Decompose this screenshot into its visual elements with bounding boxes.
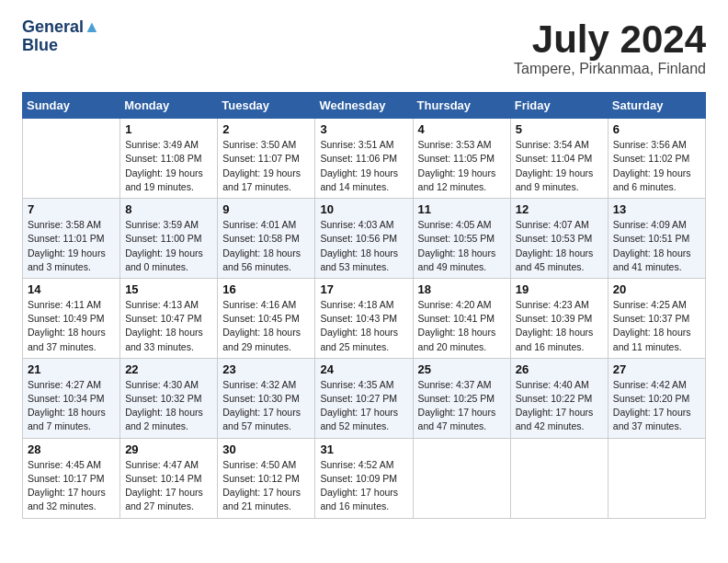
day-detail: Sunrise: 3:58 AMSunset: 11:01 PMDaylight… bbox=[28, 218, 115, 274]
day-number: 19 bbox=[516, 282, 603, 296]
calendar-cell: 30Sunrise: 4:50 AMSunset: 10:12 PMDaylig… bbox=[218, 438, 315, 518]
day-detail: Sunrise: 3:59 AMSunset: 11:00 PMDaylight… bbox=[125, 218, 212, 274]
calendar-cell: 23Sunrise: 4:32 AMSunset: 10:30 PMDaylig… bbox=[218, 358, 315, 438]
calendar-cell: 31Sunrise: 4:52 AMSunset: 10:09 PMDaylig… bbox=[315, 438, 413, 518]
calendar-cell bbox=[608, 438, 705, 518]
day-number: 5 bbox=[516, 122, 603, 136]
calendar-cell: 4Sunrise: 3:53 AMSunset: 11:05 PMDayligh… bbox=[413, 119, 510, 199]
calendar-cell: 27Sunrise: 4:42 AMSunset: 10:20 PMDaylig… bbox=[608, 358, 705, 438]
day-number: 4 bbox=[418, 122, 506, 136]
calendar-cell: 20Sunrise: 4:25 AMSunset: 10:37 PMDaylig… bbox=[608, 278, 705, 358]
day-detail: Sunrise: 4:50 AMSunset: 10:12 PMDaylight… bbox=[222, 458, 310, 514]
calendar-cell: 26Sunrise: 4:40 AMSunset: 10:22 PMDaylig… bbox=[510, 358, 608, 438]
calendar-week-4: 21Sunrise: 4:27 AMSunset: 10:34 PMDaylig… bbox=[23, 358, 706, 438]
calendar-cell: 16Sunrise: 4:16 AMSunset: 10:45 PMDaylig… bbox=[218, 278, 315, 358]
day-number: 7 bbox=[28, 202, 115, 216]
calendar-cell: 15Sunrise: 4:13 AMSunset: 10:47 PMDaylig… bbox=[120, 278, 218, 358]
day-detail: Sunrise: 4:23 AMSunset: 10:39 PMDaylight… bbox=[516, 298, 603, 354]
logo: General▲Blue bbox=[22, 18, 100, 55]
day-detail: Sunrise: 4:42 AMSunset: 10:20 PMDaylight… bbox=[613, 378, 700, 434]
calendar-cell: 13Sunrise: 4:09 AMSunset: 10:51 PMDaylig… bbox=[608, 199, 705, 279]
calendar-cell: 1Sunrise: 3:49 AMSunset: 11:08 PMDayligh… bbox=[120, 119, 218, 199]
day-detail: Sunrise: 4:30 AMSunset: 10:32 PMDaylight… bbox=[125, 378, 212, 434]
calendar-cell: 9Sunrise: 4:01 AMSunset: 10:58 PMDayligh… bbox=[218, 199, 315, 279]
day-number: 23 bbox=[222, 362, 310, 376]
location-subtitle: Tampere, Pirkanmaa, Finland bbox=[514, 61, 706, 77]
day-number: 29 bbox=[125, 442, 212, 456]
day-number: 16 bbox=[222, 282, 310, 296]
calendar-cell: 7Sunrise: 3:58 AMSunset: 11:01 PMDayligh… bbox=[23, 199, 120, 279]
logo-text: General▲Blue bbox=[22, 18, 100, 55]
day-number: 8 bbox=[125, 202, 212, 216]
calendar-cell: 24Sunrise: 4:35 AMSunset: 10:27 PMDaylig… bbox=[315, 358, 413, 438]
day-number: 31 bbox=[320, 442, 407, 456]
day-number: 24 bbox=[320, 362, 407, 376]
day-detail: Sunrise: 4:16 AMSunset: 10:45 PMDaylight… bbox=[222, 298, 310, 354]
calendar-cell: 5Sunrise: 3:54 AMSunset: 11:04 PMDayligh… bbox=[510, 119, 608, 199]
day-number: 9 bbox=[222, 202, 310, 216]
day-number: 15 bbox=[125, 282, 212, 296]
day-detail: Sunrise: 4:13 AMSunset: 10:47 PMDaylight… bbox=[125, 298, 212, 354]
day-detail: Sunrise: 4:25 AMSunset: 10:37 PMDaylight… bbox=[613, 298, 700, 354]
calendar-cell: 22Sunrise: 4:30 AMSunset: 10:32 PMDaylig… bbox=[120, 358, 218, 438]
header-row: Sunday Monday Tuesday Wednesday Thursday… bbox=[23, 93, 706, 119]
calendar-cell: 10Sunrise: 4:03 AMSunset: 10:56 PMDaylig… bbox=[315, 199, 413, 279]
day-number: 27 bbox=[613, 362, 700, 376]
calendar-week-3: 14Sunrise: 4:11 AMSunset: 10:49 PMDaylig… bbox=[23, 278, 706, 358]
day-number: 22 bbox=[125, 362, 212, 376]
day-number: 30 bbox=[222, 442, 310, 456]
day-detail: Sunrise: 4:35 AMSunset: 10:27 PMDaylight… bbox=[320, 378, 407, 434]
col-friday: Friday bbox=[510, 93, 608, 119]
calendar-table: Sunday Monday Tuesday Wednesday Thursday… bbox=[22, 92, 706, 518]
day-detail: Sunrise: 4:05 AMSunset: 10:55 PMDaylight… bbox=[418, 218, 506, 274]
day-number: 3 bbox=[320, 122, 407, 136]
calendar-cell: 14Sunrise: 4:11 AMSunset: 10:49 PMDaylig… bbox=[23, 278, 120, 358]
day-detail: Sunrise: 4:47 AMSunset: 10:14 PMDaylight… bbox=[125, 458, 212, 514]
calendar-cell: 11Sunrise: 4:05 AMSunset: 10:55 PMDaylig… bbox=[413, 199, 510, 279]
calendar-body: 1Sunrise: 3:49 AMSunset: 11:08 PMDayligh… bbox=[23, 119, 706, 518]
calendar-cell: 12Sunrise: 4:07 AMSunset: 10:53 PMDaylig… bbox=[510, 199, 608, 279]
day-detail: Sunrise: 4:32 AMSunset: 10:30 PMDaylight… bbox=[222, 378, 310, 434]
calendar-cell: 8Sunrise: 3:59 AMSunset: 11:00 PMDayligh… bbox=[120, 199, 218, 279]
day-detail: Sunrise: 4:07 AMSunset: 10:53 PMDaylight… bbox=[516, 218, 603, 274]
day-number: 11 bbox=[418, 202, 506, 216]
day-number: 18 bbox=[418, 282, 506, 296]
calendar-header: Sunday Monday Tuesday Wednesday Thursday… bbox=[23, 93, 706, 119]
calendar-cell: 29Sunrise: 4:47 AMSunset: 10:14 PMDaylig… bbox=[120, 438, 218, 518]
day-detail: Sunrise: 4:37 AMSunset: 10:25 PMDaylight… bbox=[418, 378, 506, 434]
day-number: 14 bbox=[28, 282, 115, 296]
day-number: 6 bbox=[613, 122, 700, 136]
day-number: 25 bbox=[418, 362, 506, 376]
calendar-cell bbox=[23, 119, 120, 199]
day-number: 26 bbox=[516, 362, 603, 376]
col-sunday: Sunday bbox=[23, 93, 120, 119]
calendar-cell: 19Sunrise: 4:23 AMSunset: 10:39 PMDaylig… bbox=[510, 278, 608, 358]
calendar-cell: 17Sunrise: 4:18 AMSunset: 10:43 PMDaylig… bbox=[315, 278, 413, 358]
calendar-cell: 18Sunrise: 4:20 AMSunset: 10:41 PMDaylig… bbox=[413, 278, 510, 358]
day-detail: Sunrise: 4:01 AMSunset: 10:58 PMDaylight… bbox=[222, 218, 310, 274]
calendar-cell: 3Sunrise: 3:51 AMSunset: 11:06 PMDayligh… bbox=[315, 119, 413, 199]
col-wednesday: Wednesday bbox=[315, 93, 413, 119]
day-detail: Sunrise: 3:53 AMSunset: 11:05 PMDaylight… bbox=[418, 138, 506, 194]
calendar-cell: 28Sunrise: 4:45 AMSunset: 10:17 PMDaylig… bbox=[23, 438, 120, 518]
day-number: 20 bbox=[613, 282, 700, 296]
day-detail: Sunrise: 3:54 AMSunset: 11:04 PMDaylight… bbox=[516, 138, 603, 194]
day-number: 2 bbox=[222, 122, 310, 136]
day-detail: Sunrise: 4:27 AMSunset: 10:34 PMDaylight… bbox=[28, 378, 115, 434]
day-detail: Sunrise: 3:50 AMSunset: 11:07 PMDaylight… bbox=[222, 138, 310, 194]
calendar-cell: 2Sunrise: 3:50 AMSunset: 11:07 PMDayligh… bbox=[218, 119, 315, 199]
day-detail: Sunrise: 4:20 AMSunset: 10:41 PMDaylight… bbox=[418, 298, 506, 354]
day-number: 1 bbox=[125, 122, 212, 136]
calendar-cell bbox=[413, 438, 510, 518]
col-saturday: Saturday bbox=[608, 93, 705, 119]
day-detail: Sunrise: 3:51 AMSunset: 11:06 PMDaylight… bbox=[320, 138, 407, 194]
day-detail: Sunrise: 3:49 AMSunset: 11:08 PMDaylight… bbox=[125, 138, 212, 194]
month-title: July 2024 bbox=[514, 18, 706, 61]
col-tuesday: Tuesday bbox=[218, 93, 315, 119]
day-detail: Sunrise: 4:45 AMSunset: 10:17 PMDaylight… bbox=[28, 458, 115, 514]
calendar-cell: 25Sunrise: 4:37 AMSunset: 10:25 PMDaylig… bbox=[413, 358, 510, 438]
day-number: 28 bbox=[28, 442, 115, 456]
col-monday: Monday bbox=[120, 93, 218, 119]
day-detail: Sunrise: 4:03 AMSunset: 10:56 PMDaylight… bbox=[320, 218, 407, 274]
calendar-cell: 21Sunrise: 4:27 AMSunset: 10:34 PMDaylig… bbox=[23, 358, 120, 438]
